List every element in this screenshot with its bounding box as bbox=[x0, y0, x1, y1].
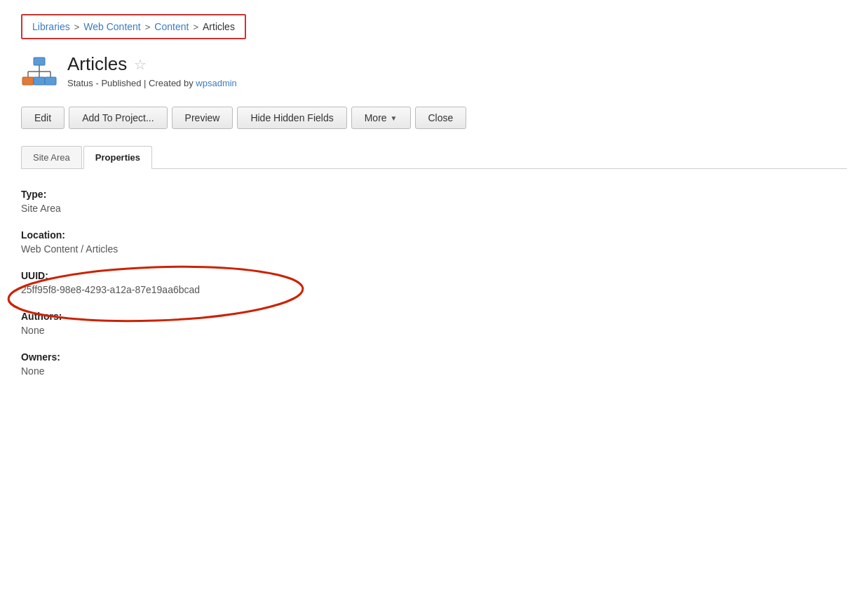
toolbar: Edit Add To Project... Preview Hide Hidd… bbox=[21, 107, 847, 129]
hide-hidden-fields-button[interactable]: Hide Hidden Fields bbox=[237, 107, 346, 129]
uuid-value: 25ff95f8-98e8-4293-a12a-87e19aa6bcad bbox=[21, 284, 200, 295]
location-label: Location: bbox=[21, 229, 847, 241]
preview-button[interactable]: Preview bbox=[172, 107, 233, 129]
status-text: Status - Published | Created by bbox=[67, 78, 196, 88]
header-text: Articles ☆ Status - Published | Created … bbox=[67, 53, 237, 88]
location-group: Location: Web Content / Articles bbox=[21, 229, 847, 255]
page-title: Articles bbox=[67, 53, 127, 75]
authors-value: None bbox=[21, 325, 847, 336]
page-container: Libraries > Web Content > Content > Arti… bbox=[0, 0, 868, 409]
svg-rect-8 bbox=[45, 77, 56, 85]
authors-label: Authors: bbox=[21, 311, 847, 322]
breadcrumb: Libraries > Web Content > Content > Arti… bbox=[32, 21, 235, 32]
page-header: Articles ☆ Status - Published | Created … bbox=[21, 53, 847, 93]
breadcrumb-libraries[interactable]: Libraries bbox=[32, 21, 70, 32]
properties-section: Type: Site Area Location: Web Content / … bbox=[21, 186, 847, 395]
type-group: Type: Site Area bbox=[21, 189, 847, 214]
owners-group: Owners: None bbox=[21, 351, 847, 377]
breadcrumb-sep-1: > bbox=[74, 22, 80, 32]
svg-rect-7 bbox=[34, 77, 45, 85]
add-to-project-button[interactable]: Add To Project... bbox=[69, 107, 167, 129]
breadcrumb-sep-3: > bbox=[193, 22, 198, 32]
title-row: Articles ☆ bbox=[67, 53, 237, 75]
breadcrumb-current: Articles bbox=[203, 21, 235, 32]
owners-value: None bbox=[21, 365, 847, 377]
status-line: Status - Published | Created by wpsadmin bbox=[67, 78, 237, 88]
breadcrumb-wrapper: Libraries > Web Content > Content > Arti… bbox=[21, 14, 246, 39]
tab-properties[interactable]: Properties bbox=[83, 146, 152, 169]
favorite-star-icon[interactable]: ☆ bbox=[134, 56, 147, 73]
tabs: Site Area Properties bbox=[21, 146, 847, 169]
uuid-label: UUID: bbox=[21, 270, 200, 281]
type-label: Type: bbox=[21, 189, 847, 200]
authors-group: Authors: None bbox=[21, 311, 847, 336]
dropdown-arrow-icon: ▼ bbox=[391, 114, 398, 122]
breadcrumb-content[interactable]: Content bbox=[154, 21, 189, 32]
close-button[interactable]: Close bbox=[415, 107, 467, 129]
uuid-group: UUID: 25ff95f8-98e8-4293-a12a-87e19aa6bc… bbox=[21, 270, 200, 295]
edit-button[interactable]: Edit bbox=[21, 107, 65, 129]
location-value: Web Content / Articles bbox=[21, 243, 847, 255]
created-by-link[interactable]: wpsadmin bbox=[196, 78, 237, 88]
owners-label: Owners: bbox=[21, 351, 847, 363]
hierarchy-icon bbox=[21, 56, 57, 93]
breadcrumb-sep-2: > bbox=[145, 22, 151, 32]
svg-rect-6 bbox=[22, 77, 34, 85]
svg-rect-0 bbox=[34, 58, 45, 65]
more-button[interactable]: More ▼ bbox=[351, 107, 411, 129]
type-value: Site Area bbox=[21, 203, 847, 214]
breadcrumb-webcontent[interactable]: Web Content bbox=[83, 21, 140, 32]
tab-site-area[interactable]: Site Area bbox=[21, 146, 82, 168]
